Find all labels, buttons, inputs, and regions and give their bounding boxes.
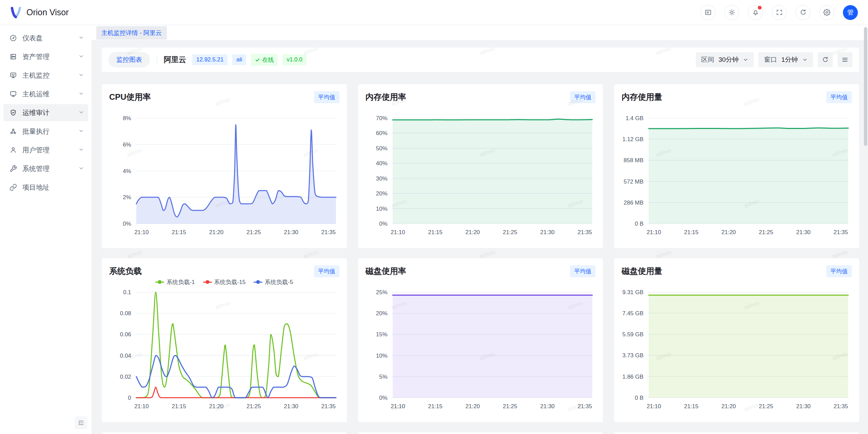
- svg-text:21:25: 21:25: [503, 229, 517, 235]
- svg-text:25%: 25%: [376, 289, 387, 296]
- legend-item[interactable]: 系统负载-1: [155, 278, 195, 286]
- svg-text:0.08: 0.08: [120, 310, 131, 317]
- svg-text:7.45 GB: 7.45 GB: [623, 310, 644, 317]
- sidebar-item-dashboard[interactable]: 仪表盘: [3, 30, 88, 46]
- svg-text:21:10: 21:10: [391, 229, 405, 235]
- svg-text:21:25: 21:25: [246, 229, 261, 235]
- svg-text:21:15: 21:15: [684, 229, 699, 235]
- svg-text:21:25: 21:25: [759, 403, 773, 410]
- svg-text:21:25: 21:25: [503, 403, 517, 410]
- theme-brightness-button[interactable]: [724, 5, 739, 20]
- avatar[interactable]: 管: [843, 5, 858, 20]
- sidebar-item-system-management[interactable]: 系统管理: [3, 160, 88, 177]
- chart-card-partial: [358, 432, 603, 434]
- sun-icon: [728, 9, 735, 16]
- chart-card-disk-usage-rate: 磁盘使用率平均值 0%5%10%15%20%25%21:1021:1521:20…: [358, 258, 603, 422]
- svg-text:0 B: 0 B: [635, 221, 644, 227]
- chart-card-cpu-usage: CPU使用率平均值 0%2%4%6%8%21:1021:1521:2021:25…: [102, 84, 347, 248]
- aggregation-badge: 平均值: [570, 91, 595, 103]
- svg-text:21:30: 21:30: [284, 403, 298, 410]
- chevron-down-icon: [78, 34, 84, 42]
- svg-text:2%: 2%: [123, 194, 131, 201]
- app-root: Orion Visor 管: [0, 0, 868, 434]
- svg-text:20%: 20%: [376, 310, 387, 317]
- toolbar-left: 监控图表 阿里云 12.92.5.21 ali 在线 v1.0.0: [108, 52, 311, 68]
- bell-icon: [752, 9, 759, 16]
- main-area: 主机监控详情 - 阿里云 监控图表 阿里云 12.92.5.21 ali 在线: [92, 25, 868, 434]
- link-icon: [9, 184, 17, 191]
- chart-refresh-button[interactable]: [818, 52, 833, 67]
- nodes-icon: [9, 128, 17, 135]
- monitor-icon: [9, 90, 17, 98]
- monitor-pulse-icon: [9, 72, 17, 79]
- logo: Orion Visor: [9, 6, 69, 19]
- svg-text:21:20: 21:20: [465, 229, 480, 235]
- app-title: Orion Visor: [26, 7, 69, 17]
- sidebar-item-host-ops[interactable]: 主机运维: [3, 86, 88, 102]
- sidebar-item-label: 主机监控: [22, 71, 50, 80]
- server-stack-icon: [9, 53, 17, 60]
- window-select[interactable]: 窗口 1分钟: [758, 52, 813, 67]
- sidebar-item-project-link[interactable]: 项目地址: [3, 179, 88, 196]
- agent-version-tag: v1.0.0: [282, 54, 306, 65]
- chevron-down-icon: [78, 109, 84, 117]
- host-name: 阿里云: [164, 55, 186, 65]
- tab-bar: 主机监控详情 - 阿里云: [92, 25, 868, 41]
- refresh-button[interactable]: [795, 5, 810, 20]
- sidebar-item-user-management[interactable]: 用户管理: [3, 141, 88, 158]
- sidebar-item-label: 主机运维: [22, 90, 50, 99]
- chevron-down-icon: [743, 57, 748, 62]
- svg-text:70%: 70%: [376, 115, 387, 121]
- chart-title: 内存使用量: [622, 92, 662, 102]
- chart-legend: [622, 277, 852, 287]
- chart-card-disk-usage-amount: 磁盘使用量平均值 0 B1.86 GB3.73 GB5.59 GB7.45 GB…: [614, 258, 859, 422]
- interval-select[interactable]: 区间 30分钟: [696, 52, 754, 67]
- user-icon: [9, 146, 17, 154]
- svg-text:21:15: 21:15: [172, 403, 186, 410]
- legend-item[interactable]: 系统负载-5: [254, 278, 293, 286]
- wrench-icon: [9, 165, 17, 172]
- chart-title: CPU使用率: [109, 92, 151, 102]
- svg-text:6%: 6%: [123, 141, 131, 148]
- chevron-down-icon: [78, 165, 84, 173]
- svg-text:21:35: 21:35: [834, 403, 848, 410]
- svg-text:21:25: 21:25: [759, 229, 773, 235]
- svg-text:21:20: 21:20: [465, 403, 480, 410]
- status-badge: 在线: [251, 54, 278, 66]
- svg-text:21:20: 21:20: [209, 229, 224, 235]
- scrollbar[interactable]: [864, 26, 867, 433]
- legend-item[interactable]: 系统负载-15: [203, 278, 246, 286]
- interval-value: 30分钟: [718, 55, 738, 64]
- settings-button[interactable]: [819, 5, 834, 20]
- chart-card-memory-usage-amount: 内存使用量平均值 0 B286 MB572 MB858 MB1.12 GB1.4…: [614, 84, 859, 248]
- svg-text:1.86 GB: 1.86 GB: [623, 374, 644, 380]
- sidebar-item-label: 运维审计: [22, 108, 50, 117]
- sidebar-item-batch-exec[interactable]: 批量执行: [3, 123, 88, 140]
- svg-text:21:20: 21:20: [209, 403, 224, 410]
- chart-card-system-load: 系统负载平均值 系统负载-1系统负载-15系统负载-5 00.020.040.0…: [102, 258, 347, 422]
- chart-layout-button[interactable]: [837, 52, 852, 67]
- sidebar-item-host-monitor[interactable]: 主机监控: [3, 67, 88, 84]
- code-window-button[interactable]: [701, 5, 715, 20]
- sidebar-collapse-button[interactable]: [75, 416, 87, 429]
- svg-text:40%: 40%: [376, 160, 387, 167]
- chevron-down-icon: [78, 53, 84, 61]
- notifications-button[interactable]: [748, 5, 763, 20]
- scrollbar-thumb[interactable]: [864, 27, 867, 146]
- breadcrumb-tab[interactable]: 主机监控详情 - 阿里云: [96, 26, 167, 40]
- svg-text:21:15: 21:15: [172, 229, 186, 235]
- fullscreen-button[interactable]: [772, 5, 787, 20]
- svg-text:0.1: 0.1: [123, 289, 131, 296]
- sidebar-item-ops-audit[interactable]: 运维审计: [3, 104, 88, 121]
- chart-title: 内存使用率: [366, 92, 406, 102]
- host-ip-tag: 12.92.5.21: [192, 54, 228, 65]
- sidebar-item-assets[interactable]: 资产管理: [3, 48, 88, 65]
- chart-title: 磁盘使用率: [366, 266, 406, 277]
- svg-text:21:10: 21:10: [391, 403, 405, 410]
- svg-text:21:30: 21:30: [284, 229, 298, 235]
- svg-text:21:10: 21:10: [134, 403, 149, 410]
- fullscreen-icon: [776, 9, 783, 16]
- tab-monitor-charts[interactable]: 监控图表: [108, 52, 150, 68]
- aggregation-badge: 平均值: [314, 265, 339, 277]
- toolbar-right: 区间 30分钟 窗口 1分钟: [696, 52, 852, 67]
